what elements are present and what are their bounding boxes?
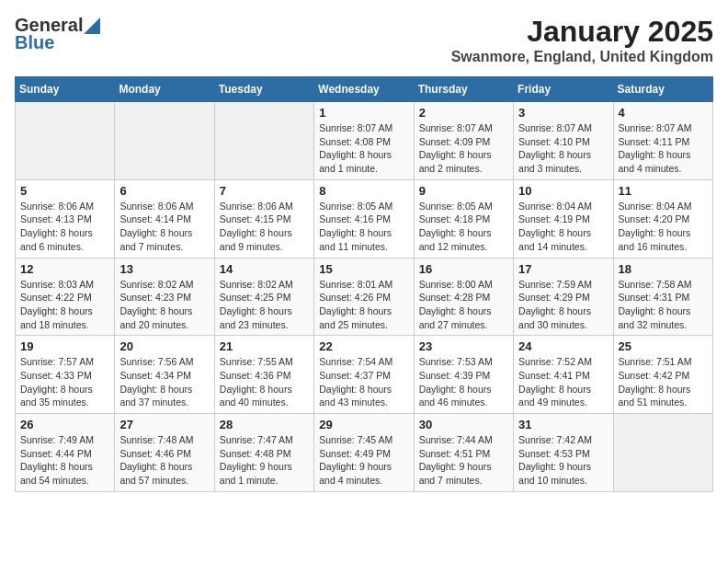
calendar-week-row: 26Sunrise: 7:49 AM Sunset: 4:44 PM Dayli… xyxy=(16,414,713,492)
page-header: General Blue January 2025 Swanmore, Engl… xyxy=(15,15,713,65)
day-info: Sunrise: 7:44 AM Sunset: 4:51 PM Dayligh… xyxy=(419,433,508,488)
day-number: 23 xyxy=(419,339,508,353)
header-friday: Friday xyxy=(514,77,613,102)
table-row: 20Sunrise: 7:56 AM Sunset: 4:34 PM Dayli… xyxy=(115,336,214,414)
day-number: 7 xyxy=(220,184,309,198)
calendar-week-row: 19Sunrise: 7:57 AM Sunset: 4:33 PM Dayli… xyxy=(16,336,713,414)
day-number: 27 xyxy=(119,418,209,431)
location-title: Swanmore, England, United Kingdom xyxy=(451,49,713,65)
header-thursday: Thursday xyxy=(414,77,513,102)
day-number: 1 xyxy=(319,106,408,120)
table-row: 25Sunrise: 7:51 AM Sunset: 4:42 PM Dayli… xyxy=(613,336,712,414)
day-number: 18 xyxy=(619,262,708,276)
calendar-week-row: 5Sunrise: 8:06 AM Sunset: 4:13 PM Daylig… xyxy=(16,179,713,258)
table-row: 24Sunrise: 7:52 AM Sunset: 4:41 PM Dayli… xyxy=(514,336,613,414)
calendar-week-row: 1Sunrise: 8:07 AM Sunset: 4:08 PM Daylig… xyxy=(16,102,713,180)
day-info: Sunrise: 7:53 AM Sunset: 4:39 PM Dayligh… xyxy=(419,355,508,409)
day-info: Sunrise: 8:07 AM Sunset: 4:10 PM Dayligh… xyxy=(518,121,608,176)
day-number: 4 xyxy=(619,106,708,120)
table-row: 23Sunrise: 7:53 AM Sunset: 4:39 PM Dayli… xyxy=(414,336,513,414)
day-number: 26 xyxy=(20,418,109,431)
table-row: 2Sunrise: 8:07 AM Sunset: 4:09 PM Daylig… xyxy=(414,102,513,180)
day-info: Sunrise: 7:54 AM Sunset: 4:37 PM Dayligh… xyxy=(319,355,408,409)
day-info: Sunrise: 8:07 AM Sunset: 4:11 PM Dayligh… xyxy=(619,121,708,176)
day-number: 31 xyxy=(518,418,608,431)
day-number: 3 xyxy=(518,106,608,120)
table-row: 30Sunrise: 7:44 AM Sunset: 4:51 PM Dayli… xyxy=(414,414,513,492)
day-info: Sunrise: 8:04 AM Sunset: 4:19 PM Dayligh… xyxy=(518,200,608,254)
table-row: 31Sunrise: 7:42 AM Sunset: 4:53 PM Dayli… xyxy=(514,414,613,492)
day-info: Sunrise: 8:02 AM Sunset: 4:23 PM Dayligh… xyxy=(119,278,209,332)
table-row: 12Sunrise: 8:03 AM Sunset: 4:22 PM Dayli… xyxy=(16,258,115,336)
day-number: 25 xyxy=(619,339,708,353)
day-number: 30 xyxy=(419,418,508,431)
day-info: Sunrise: 7:42 AM Sunset: 4:53 PM Dayligh… xyxy=(518,433,608,488)
day-number: 6 xyxy=(119,184,209,198)
header-tuesday: Tuesday xyxy=(214,77,313,102)
header-sunday: Sunday xyxy=(16,77,115,102)
day-info: Sunrise: 8:00 AM Sunset: 4:28 PM Dayligh… xyxy=(419,278,508,332)
calendar-header-row: Sunday Monday Tuesday Wednesday Thursday… xyxy=(16,77,713,102)
table-row: 4Sunrise: 8:07 AM Sunset: 4:11 PM Daylig… xyxy=(613,102,712,180)
table-row: 11Sunrise: 8:04 AM Sunset: 4:20 PM Dayli… xyxy=(613,179,712,258)
day-number: 20 xyxy=(119,339,209,353)
day-info: Sunrise: 8:02 AM Sunset: 4:25 PM Dayligh… xyxy=(220,278,309,332)
day-info: Sunrise: 8:07 AM Sunset: 4:09 PM Dayligh… xyxy=(419,121,508,176)
day-info: Sunrise: 8:05 AM Sunset: 4:16 PM Dayligh… xyxy=(319,200,408,254)
day-info: Sunrise: 8:07 AM Sunset: 4:08 PM Dayligh… xyxy=(319,121,408,176)
table-row: 26Sunrise: 7:49 AM Sunset: 4:44 PM Dayli… xyxy=(16,414,115,492)
day-number: 2 xyxy=(419,106,508,120)
table-row: 8Sunrise: 8:05 AM Sunset: 4:16 PM Daylig… xyxy=(314,179,414,258)
day-info: Sunrise: 8:04 AM Sunset: 4:20 PM Dayligh… xyxy=(619,200,708,254)
day-info: Sunrise: 7:59 AM Sunset: 4:29 PM Dayligh… xyxy=(518,278,608,332)
table-row: 9Sunrise: 8:05 AM Sunset: 4:18 PM Daylig… xyxy=(414,179,513,258)
day-number: 8 xyxy=(319,184,408,198)
month-title: January 2025 xyxy=(451,15,713,49)
title-block: January 2025 Swanmore, England, United K… xyxy=(451,15,713,65)
header-saturday: Saturday xyxy=(613,77,712,102)
table-row: 7Sunrise: 8:06 AM Sunset: 4:15 PM Daylig… xyxy=(214,179,313,258)
table-row: 1Sunrise: 8:07 AM Sunset: 4:08 PM Daylig… xyxy=(314,102,414,180)
table-row: 17Sunrise: 7:59 AM Sunset: 4:29 PM Dayli… xyxy=(514,258,613,336)
logo-blue: Blue xyxy=(15,32,54,53)
day-number: 24 xyxy=(518,339,608,353)
day-info: Sunrise: 7:56 AM Sunset: 4:34 PM Dayligh… xyxy=(119,355,209,409)
calendar-week-row: 12Sunrise: 8:03 AM Sunset: 4:22 PM Dayli… xyxy=(16,258,713,336)
table-row: 27Sunrise: 7:48 AM Sunset: 4:46 PM Dayli… xyxy=(115,414,214,492)
day-info: Sunrise: 7:58 AM Sunset: 4:31 PM Dayligh… xyxy=(619,278,708,332)
header-wednesday: Wednesday xyxy=(314,77,414,102)
day-number: 21 xyxy=(220,339,309,353)
day-number: 11 xyxy=(619,184,708,198)
table-row: 29Sunrise: 7:45 AM Sunset: 4:49 PM Dayli… xyxy=(314,414,414,492)
day-number: 9 xyxy=(419,184,508,198)
day-info: Sunrise: 8:01 AM Sunset: 4:26 PM Dayligh… xyxy=(319,278,408,332)
day-number: 12 xyxy=(20,262,109,276)
calendar-table: Sunday Monday Tuesday Wednesday Thursday… xyxy=(15,76,713,492)
header-monday: Monday xyxy=(115,77,214,102)
day-info: Sunrise: 7:57 AM Sunset: 4:33 PM Dayligh… xyxy=(20,355,109,409)
day-info: Sunrise: 8:03 AM Sunset: 4:22 PM Dayligh… xyxy=(20,278,109,332)
day-number: 5 xyxy=(20,184,109,198)
day-number: 28 xyxy=(220,418,309,431)
day-number: 17 xyxy=(518,262,608,276)
table-row: 16Sunrise: 8:00 AM Sunset: 4:28 PM Dayli… xyxy=(414,258,513,336)
table-row xyxy=(613,414,712,492)
table-row: 10Sunrise: 8:04 AM Sunset: 4:19 PM Dayli… xyxy=(514,179,613,258)
table-row: 3Sunrise: 8:07 AM Sunset: 4:10 PM Daylig… xyxy=(514,102,613,180)
day-number: 10 xyxy=(518,184,608,198)
day-number: 15 xyxy=(319,262,408,276)
day-number: 14 xyxy=(220,262,309,276)
table-row: 21Sunrise: 7:55 AM Sunset: 4:36 PM Dayli… xyxy=(214,336,313,414)
day-info: Sunrise: 8:06 AM Sunset: 4:14 PM Dayligh… xyxy=(119,200,209,254)
day-info: Sunrise: 7:47 AM Sunset: 4:48 PM Dayligh… xyxy=(220,433,309,488)
day-number: 16 xyxy=(419,262,508,276)
day-number: 29 xyxy=(319,418,408,431)
table-row xyxy=(115,102,214,180)
table-row: 22Sunrise: 7:54 AM Sunset: 4:37 PM Dayli… xyxy=(314,336,414,414)
table-row: 14Sunrise: 8:02 AM Sunset: 4:25 PM Dayli… xyxy=(214,258,313,336)
table-row: 19Sunrise: 7:57 AM Sunset: 4:33 PM Dayli… xyxy=(16,336,115,414)
table-row xyxy=(16,102,115,180)
day-info: Sunrise: 8:06 AM Sunset: 4:13 PM Dayligh… xyxy=(20,200,109,254)
day-info: Sunrise: 8:06 AM Sunset: 4:15 PM Dayligh… xyxy=(220,200,309,254)
table-row: 6Sunrise: 8:06 AM Sunset: 4:14 PM Daylig… xyxy=(115,179,214,258)
